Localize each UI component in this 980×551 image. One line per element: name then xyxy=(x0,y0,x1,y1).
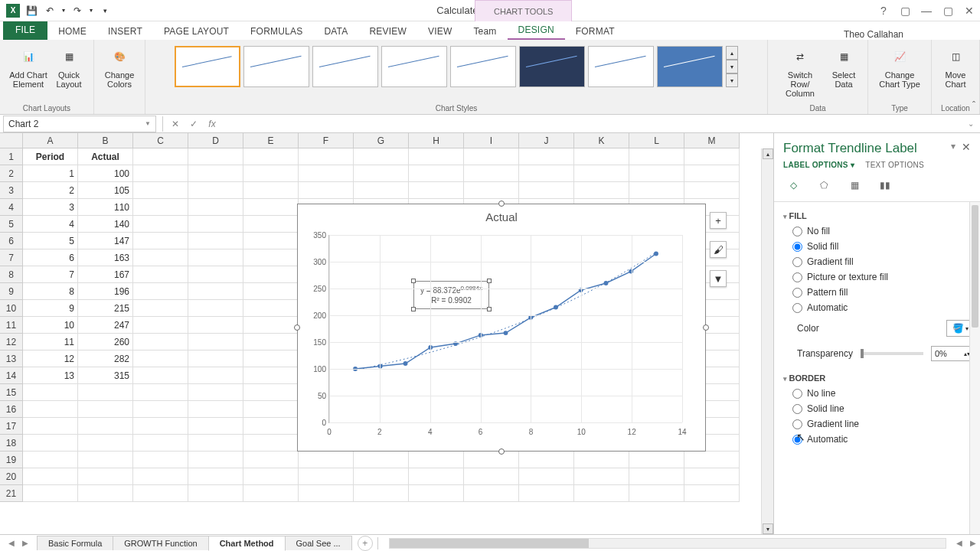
label-handle[interactable] xyxy=(487,279,492,283)
add-chart-element-button[interactable]: 📊 Add Chart Element xyxy=(6,43,51,90)
cell[interactable] xyxy=(78,452,133,468)
sheet-tab-chart-method[interactable]: Chart Method xyxy=(208,536,286,551)
cell[interactable]: 3 xyxy=(23,199,78,216)
cell[interactable] xyxy=(23,418,78,435)
cell[interactable]: 4 xyxy=(23,216,78,233)
transparency-slider[interactable] xyxy=(861,352,923,355)
chart-style-3[interactable] xyxy=(312,46,378,87)
cell[interactable] xyxy=(133,367,188,384)
cell[interactable] xyxy=(78,435,133,452)
chart-filter-icon[interactable]: ▼ xyxy=(710,270,727,287)
row-header[interactable]: 19 xyxy=(0,452,23,468)
redo-icon[interactable]: ↷ xyxy=(69,2,86,19)
cell[interactable]: 247 xyxy=(78,317,133,334)
new-sheet-icon[interactable]: + xyxy=(358,536,373,551)
row-header[interactable]: 5 xyxy=(0,216,23,233)
cell[interactable]: 147 xyxy=(78,233,133,249)
collapse-ribbon-icon[interactable]: ˆ xyxy=(972,100,975,111)
maximize-icon[interactable]: ▢ xyxy=(937,0,959,21)
cell[interactable] xyxy=(243,165,299,182)
cell[interactable] xyxy=(243,401,299,418)
cell[interactable] xyxy=(299,468,354,485)
cell[interactable] xyxy=(133,350,188,367)
tab-file[interactable]: FILE xyxy=(3,20,47,40)
cell[interactable]: 100 xyxy=(78,165,133,182)
cell[interactable] xyxy=(464,468,519,485)
chart-style-7[interactable] xyxy=(588,46,654,87)
chart-object[interactable]: Actual y = 88.372e0.0984x R² = 0.9902 05… xyxy=(297,204,706,452)
cell[interactable] xyxy=(133,435,188,452)
cell[interactable]: 260 xyxy=(78,334,133,350)
row-header[interactable]: 10 xyxy=(0,300,23,317)
cell[interactable] xyxy=(133,216,188,233)
chart-resize-handle[interactable] xyxy=(703,324,709,331)
hscroll-right-icon[interactable]: ▶ xyxy=(966,536,980,550)
cell[interactable] xyxy=(464,485,519,502)
formula-input[interactable] xyxy=(221,116,968,132)
cell[interactable] xyxy=(188,334,243,350)
pane-dropdown-icon[interactable]: ▾ xyxy=(951,141,956,153)
cell[interactable] xyxy=(23,435,78,452)
tab-text-options[interactable]: TEXT OPTIONS xyxy=(865,161,924,169)
cell[interactable]: 11 xyxy=(23,334,78,350)
column-header[interactable]: F xyxy=(299,133,354,148)
cell[interactable] xyxy=(188,266,243,283)
column-header[interactable]: K xyxy=(574,133,629,148)
cell[interactable] xyxy=(243,182,299,199)
chart-style-5[interactable] xyxy=(450,46,516,87)
column-header[interactable]: I xyxy=(464,133,519,148)
cell[interactable] xyxy=(243,418,299,435)
name-box[interactable]: Chart 2 ▼ xyxy=(3,116,156,132)
tab-page-layout[interactable]: PAGE LAYOUT xyxy=(153,23,240,40)
cell[interactable]: 12 xyxy=(23,350,78,367)
effects-category-icon[interactable]: ⬠ xyxy=(814,175,834,195)
fx-icon[interactable]: fx xyxy=(203,116,221,132)
chart-style-4[interactable] xyxy=(381,46,447,87)
cell[interactable] xyxy=(133,452,188,468)
cell[interactable] xyxy=(133,199,188,216)
cell[interactable] xyxy=(409,148,464,165)
sheet-tab-goal-seek[interactable]: Goal See ... xyxy=(285,536,352,550)
sheet-nav-next-icon[interactable]: ▶ xyxy=(18,536,32,550)
cell[interactable] xyxy=(188,317,243,334)
cell[interactable] xyxy=(23,401,78,418)
cell[interactable] xyxy=(188,233,243,249)
cell[interactable]: 2 xyxy=(23,182,78,199)
cell[interactable]: 9 xyxy=(23,300,78,317)
cell[interactable]: 8 xyxy=(23,283,78,300)
switch-row-column-button[interactable]: ⇄ Switch Row/ Column xyxy=(774,43,826,99)
cell[interactable] xyxy=(409,485,464,502)
size-category-icon[interactable]: ▦ xyxy=(844,175,864,195)
cell[interactable] xyxy=(188,384,243,401)
redo-dropdown-icon[interactable]: ▾ xyxy=(87,2,95,19)
cell[interactable] xyxy=(464,165,519,182)
cell[interactable] xyxy=(354,468,409,485)
row-header[interactable]: 12 xyxy=(0,334,23,350)
cell[interactable] xyxy=(243,148,299,165)
row-header[interactable]: 3 xyxy=(0,182,23,199)
cell[interactable] xyxy=(133,485,188,502)
cell[interactable] xyxy=(299,182,354,199)
cell[interactable] xyxy=(684,148,740,165)
cell[interactable] xyxy=(409,468,464,485)
row-header[interactable]: 8 xyxy=(0,266,23,283)
cell[interactable] xyxy=(299,148,354,165)
sheet-tab-growth-function[interactable]: GROWTH Function xyxy=(113,536,208,550)
fill-section-header[interactable]: FILL xyxy=(783,208,974,223)
cell[interactable]: Actual xyxy=(78,148,133,165)
name-box-dropdown-icon[interactable]: ▼ xyxy=(145,120,151,127)
cell[interactable] xyxy=(188,418,243,435)
row-header[interactable]: 7 xyxy=(0,249,23,266)
change-chart-type-button[interactable]: 📈 Change Chart Type xyxy=(874,43,925,90)
cell[interactable] xyxy=(354,452,409,468)
column-header[interactable]: E xyxy=(243,133,299,148)
tab-formulas[interactable]: FORMULAS xyxy=(240,23,313,40)
cell[interactable] xyxy=(133,182,188,199)
transparency-input[interactable]: 0%▴▾ xyxy=(931,346,974,361)
cell[interactable] xyxy=(574,165,629,182)
ribbon-display-icon[interactable]: ▢ xyxy=(894,0,916,21)
cell[interactable] xyxy=(133,334,188,350)
cell[interactable] xyxy=(188,216,243,233)
column-header[interactable]: L xyxy=(629,133,684,148)
cell[interactable] xyxy=(133,266,188,283)
